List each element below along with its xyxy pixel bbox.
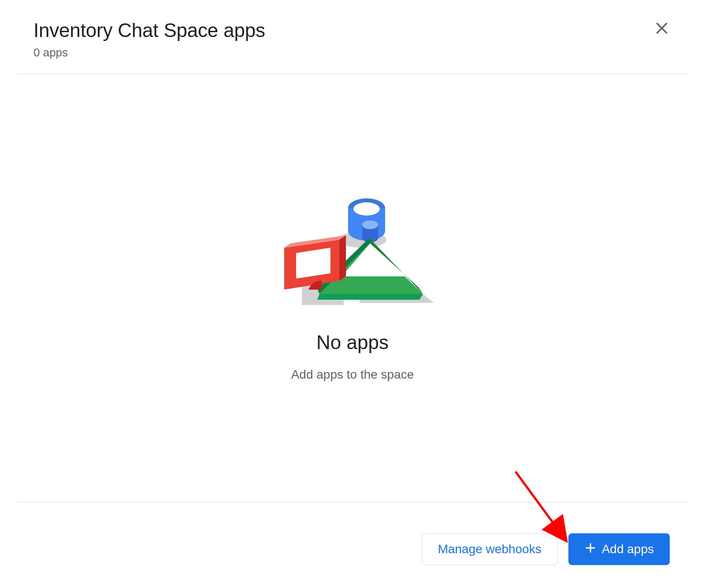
dialog-title: Inventory Chat Space apps bbox=[33, 19, 265, 41]
svg-marker-13 bbox=[296, 248, 330, 279]
add-apps-label: Add apps bbox=[602, 542, 654, 556]
svg-marker-12 bbox=[339, 235, 346, 281]
close-button[interactable] bbox=[652, 19, 672, 39]
add-apps-button[interactable]: Add apps bbox=[568, 533, 670, 565]
dialog-footer: Manage webhooks Add apps bbox=[18, 502, 687, 570]
empty-state: No apps Add apps to the space bbox=[18, 74, 687, 502]
manage-webhooks-button[interactable]: Manage webhooks bbox=[422, 533, 558, 565]
title-block: Inventory Chat Space apps 0 apps bbox=[33, 19, 265, 60]
apps-count: 0 apps bbox=[33, 46, 265, 60]
empty-subtext: Add apps to the space bbox=[291, 368, 414, 382]
empty-state-illustration bbox=[260, 195, 445, 309]
svg-marker-9 bbox=[317, 294, 423, 300]
dialog-header: Inventory Chat Space apps 0 apps bbox=[18, 14, 687, 74]
close-icon bbox=[654, 20, 670, 38]
plus-icon bbox=[584, 542, 597, 557]
manage-webhooks-label: Manage webhooks bbox=[438, 542, 542, 556]
empty-headline: No apps bbox=[316, 331, 389, 354]
